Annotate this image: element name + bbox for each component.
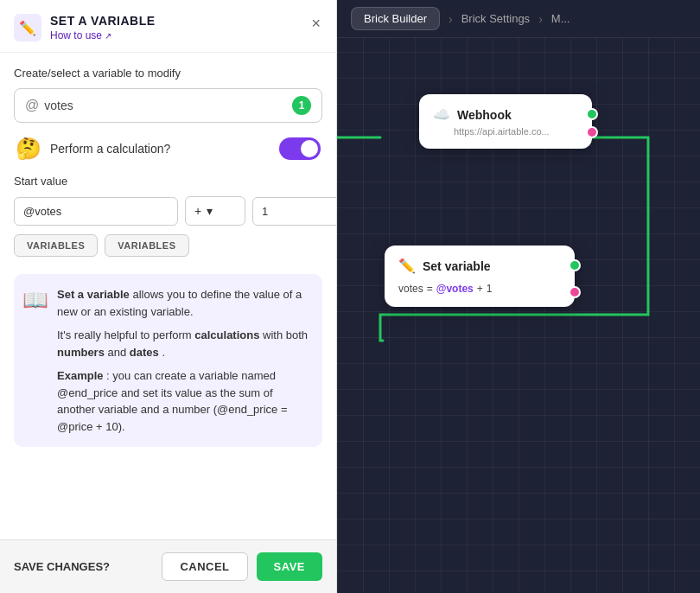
- info-icon: 📖: [22, 284, 48, 316]
- variable-badge: 1: [292, 96, 311, 115]
- info-bold-setvariable: Set a variable: [57, 288, 130, 301]
- setvariable-title-text: Set variable: [423, 259, 491, 273]
- info-text-2: It's really helpful to perform: [57, 328, 194, 341]
- webhook-subtitle: https://api.airtable.co...: [433, 126, 578, 137]
- setvariable-card: ✏️ Set variable votes = @votes + 1: [385, 245, 575, 307]
- formula-op: +: [477, 283, 483, 295]
- nav-brick-settings: Brick Settings: [461, 12, 530, 25]
- webhook-title-text: Webhook: [457, 108, 512, 122]
- setvariable-error-dot: [569, 286, 581, 298]
- setvariable-output-dot: [569, 259, 581, 271]
- variables-row: VARIABLES VARIABLES: [14, 234, 322, 257]
- footer-buttons: CANCEL SAVE: [162, 552, 322, 581]
- close-button[interactable]: ×: [309, 14, 322, 33]
- external-link-icon: ↗: [105, 31, 111, 41]
- operator-select[interactable]: + ▾: [185, 196, 245, 226]
- panel-header: ✏️ SET A VARIABLE How to use ↗ ×: [0, 0, 336, 53]
- chevron-down-icon: ▾: [207, 204, 213, 218]
- variable-input-inner: @ votes: [25, 98, 73, 113]
- setvariable-card-title: ✏️ Set variable: [398, 258, 561, 274]
- nav-tab-brick-builder[interactable]: Brick Builder: [351, 7, 440, 30]
- variables-btn-1[interactable]: VARIABLES: [14, 234, 98, 257]
- close-icon: ×: [311, 15, 321, 32]
- calc-row-left: 🤔 Perform a calculation?: [16, 137, 170, 161]
- create-select-label: Create/select a variable to modify: [14, 67, 322, 80]
- toggle-slider: [279, 137, 321, 160]
- panel-title: SET A VARIABLE: [50, 14, 156, 28]
- variables-btn-2[interactable]: VARIABLES: [105, 234, 188, 257]
- operator-value: +: [194, 204, 201, 218]
- info-bold-numbers: numbers: [57, 346, 105, 359]
- panel-icon-emoji: ✏️: [19, 20, 36, 36]
- save-button[interactable]: SAVE: [257, 552, 322, 581]
- webhook-output-dot: [586, 108, 598, 120]
- webhook-card: ☁️ Webhook https://api.airtable.co...: [419, 94, 592, 149]
- panel-body: Create/select a variable to modify @ vot…: [0, 53, 336, 539]
- nav-chevron-1: ›: [449, 12, 453, 26]
- setvariable-icon: ✏️: [398, 258, 416, 274]
- calc-inputs-row: + ▾: [14, 196, 322, 226]
- variable-input-row: @ votes 1: [14, 88, 322, 123]
- number-input[interactable]: [252, 197, 336, 226]
- how-to-text: How to use: [50, 29, 102, 41]
- formula-var: @votes: [436, 283, 474, 295]
- info-paragraph-3: Example : you can create a variable name…: [57, 367, 310, 435]
- info-bold-dates: dates: [130, 346, 159, 359]
- how-to-link[interactable]: How to use ↗: [50, 29, 156, 41]
- panel-title-group: SET A VARIABLE How to use ↗: [50, 14, 156, 41]
- webhook-icon: ☁️: [433, 106, 450, 123]
- webhook-card-title: ☁️ Webhook: [433, 106, 578, 123]
- nav-tab-brick-builder-label: Brick Builder: [364, 12, 427, 25]
- perform-calc-row: 🤔 Perform a calculation?: [14, 137, 322, 161]
- formula-left: votes: [398, 283, 423, 295]
- info-bold-calc: calculations: [194, 328, 259, 341]
- cancel-button[interactable]: CANCEL: [162, 552, 247, 581]
- start-value-label: Start value: [14, 175, 322, 188]
- calc-emoji: 🤔: [16, 137, 41, 161]
- formula-num: 1: [487, 283, 493, 295]
- canvas-area: ☁️ Webhook https://api.airtable.co... ✏️…: [337, 38, 700, 593]
- calc-var-input[interactable]: [14, 197, 178, 226]
- webhook-error-dot: [586, 126, 598, 138]
- info-paragraph-1: Set a variable allows you to define the …: [57, 286, 310, 320]
- nav-m: M...: [551, 12, 570, 25]
- info-text-5: .: [162, 346, 165, 359]
- info-bold-example: Example: [57, 369, 103, 382]
- formula: votes = @votes + 1: [398, 277, 561, 295]
- info-paragraph-2: It's really helpful to perform calculati…: [57, 327, 310, 360]
- save-changes-label: SAVE CHANGES?: [14, 560, 110, 573]
- formula-eq: =: [427, 283, 433, 295]
- info-text-3: with both: [263, 328, 308, 341]
- at-symbol: @: [25, 98, 39, 113]
- info-box: 📖 Set a variable allows you to define th…: [14, 274, 322, 447]
- info-text-4: and: [108, 346, 130, 359]
- perform-calc-label: Perform a calculation?: [50, 142, 170, 156]
- nav-chevron-2: ›: [538, 12, 543, 26]
- panel-footer: SAVE CHANGES? CANCEL SAVE: [0, 539, 336, 593]
- left-panel: ✏️ SET A VARIABLE How to use ↗ × Create/…: [0, 0, 337, 593]
- right-nav: Brick Builder › Brick Settings › M...: [337, 0, 700, 38]
- right-panel: Brick Builder › Brick Settings › M... ☁️…: [337, 0, 700, 593]
- panel-header-left: ✏️ SET A VARIABLE How to use ↗: [14, 14, 156, 41]
- calc-toggle[interactable]: [279, 137, 321, 160]
- variable-name-text: votes: [44, 99, 73, 112]
- panel-icon: ✏️: [14, 14, 41, 41]
